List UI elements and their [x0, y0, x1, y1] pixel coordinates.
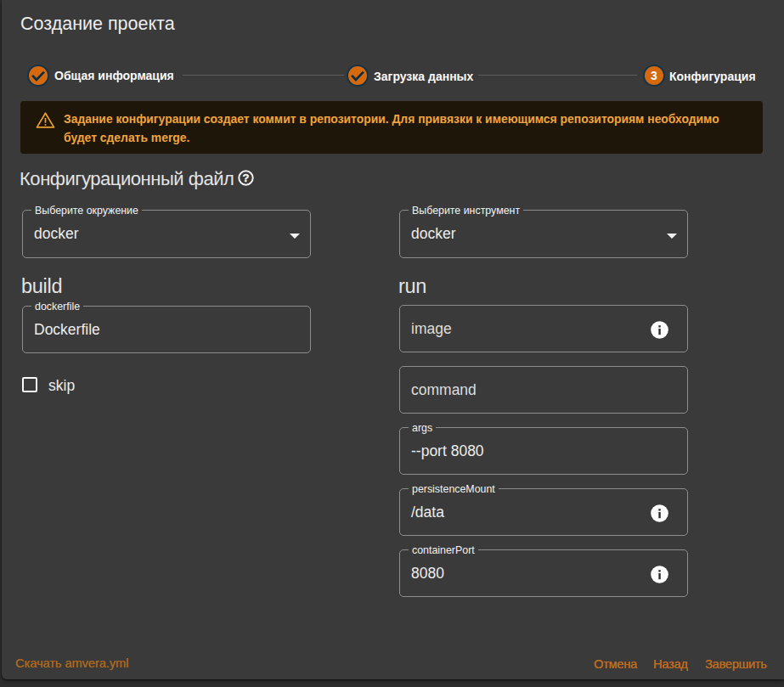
- svg-text:?: ?: [243, 172, 250, 184]
